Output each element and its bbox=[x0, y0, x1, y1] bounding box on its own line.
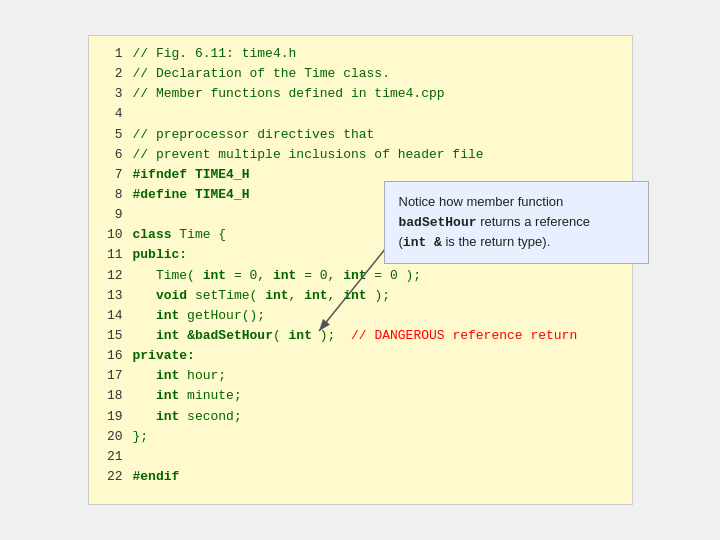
tooltip-box: Notice how member function badSetHour re… bbox=[384, 181, 649, 264]
line-19: 19 int second; bbox=[99, 407, 622, 427]
line-3: 3 // Member functions defined in time4.c… bbox=[99, 84, 622, 104]
code-container: 1 // Fig. 6.11: time4.h 2 // Declaration… bbox=[88, 35, 633, 505]
tooltip-text2: returns a reference bbox=[480, 214, 590, 229]
line-20: 20 }; bbox=[99, 427, 622, 447]
line-1: 1 // Fig. 6.11: time4.h bbox=[99, 44, 622, 64]
tooltip-text4: is the return type). bbox=[442, 234, 550, 249]
line-22: 22 #endif bbox=[99, 467, 622, 487]
tooltip-type: int & bbox=[403, 235, 442, 250]
line-15: 15 int &badSetHour( int ); // DANGEROUS … bbox=[99, 326, 622, 346]
line-17: 17 int hour; bbox=[99, 366, 622, 386]
line-16: 16 private: bbox=[99, 346, 622, 366]
line-14: 14 int getHour(); bbox=[99, 306, 622, 326]
line-2: 2 // Declaration of the Time class. bbox=[99, 64, 622, 84]
line-12: 12 Time( int = 0, int = 0, int = 0 ); bbox=[99, 266, 622, 286]
tooltip-func-name: badSetHour bbox=[399, 215, 477, 230]
tooltip-text1: Notice how member function bbox=[399, 194, 564, 209]
line-5: 5 // preprocessor directives that bbox=[99, 125, 622, 145]
line-6: 6 // prevent multiple inclusions of head… bbox=[99, 145, 622, 165]
line-13: 13 void setTime( int, int, int ); bbox=[99, 286, 622, 306]
line-18: 18 int minute; bbox=[99, 386, 622, 406]
line-21: 21 bbox=[99, 447, 622, 467]
line-4: 4 bbox=[99, 104, 622, 124]
